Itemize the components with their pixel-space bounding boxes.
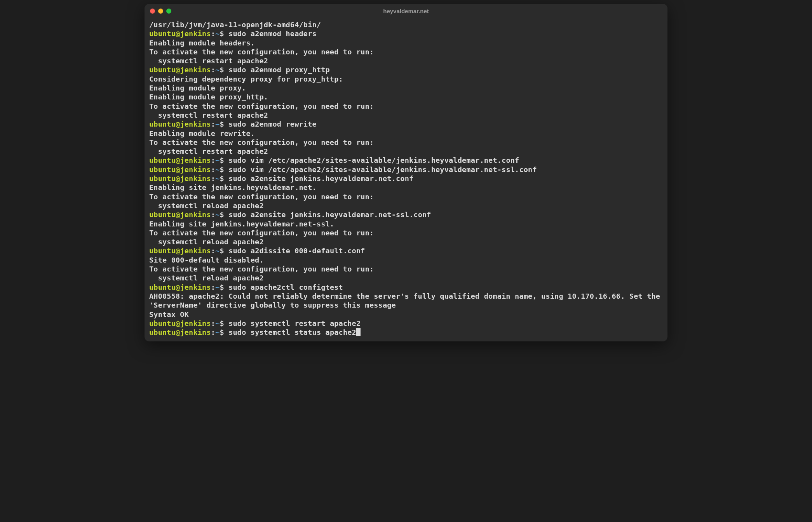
terminal-output-line: /usr/lib/jvm/java-11-openjdk-amd64/bin/ <box>149 20 663 29</box>
terminal-output-line: To activate the new configuration, you n… <box>149 47 663 56</box>
traffic-lights <box>150 9 171 14</box>
terminal-window: heyvaldemar.net /usr/lib/jvm/java-11-ope… <box>145 4 667 341</box>
terminal-output-line: Considering dependency proxy for proxy_h… <box>149 75 663 84</box>
terminal-output-line: Enabling site jenkins.heyvaldemar.net-ss… <box>149 219 663 228</box>
terminal-command-line: ubuntu@jenkins:~$ sudo a2dissite 000-def… <box>149 246 663 255</box>
terminal-command-line: ubuntu@jenkins:~$ sudo vim /etc/apache2/… <box>149 165 663 174</box>
title-bar: heyvaldemar.net <box>145 4 667 18</box>
terminal-command-line: ubuntu@jenkins:~$ sudo a2ensite jenkins.… <box>149 210 663 219</box>
terminal-command-line: ubuntu@jenkins:~$ sudo a2enmod headers <box>149 29 663 38</box>
terminal-output-line: systemctl restart apache2 <box>149 147 663 156</box>
terminal-output-line: systemctl restart apache2 <box>149 56 663 65</box>
terminal-output-line: To activate the new configuration, you n… <box>149 138 663 147</box>
terminal-output-line: Enabling site jenkins.heyvaldemar.net. <box>149 183 663 192</box>
terminal-output-line: To activate the new configuration, you n… <box>149 102 663 111</box>
terminal-output-line: systemctl reload apache2 <box>149 273 663 282</box>
terminal-output-line: Enabling module proxy. <box>149 84 663 92</box>
terminal-command-line: ubuntu@jenkins:~$ sudo systemctl status … <box>149 328 663 337</box>
terminal-command-line: ubuntu@jenkins:~$ sudo a2enmod proxy_htt… <box>149 65 663 74</box>
terminal-command-line: ubuntu@jenkins:~$ sudo a2ensite jenkins.… <box>149 174 663 183</box>
terminal-output-line: To activate the new configuration, you n… <box>149 192 663 201</box>
terminal-output-line: Site 000-default disabled. <box>149 256 663 264</box>
cursor-icon <box>356 328 361 336</box>
maximize-icon[interactable] <box>166 9 171 14</box>
terminal-output-line: To activate the new configuration, you n… <box>149 228 663 237</box>
terminal-output-line: Enabling module headers. <box>149 38 663 47</box>
terminal-command-line: ubuntu@jenkins:~$ sudo vim /etc/apache2/… <box>149 156 663 165</box>
terminal-output-line: systemctl restart apache2 <box>149 111 663 120</box>
terminal-output-line: To activate the new configuration, you n… <box>149 264 663 273</box>
terminal-command-line: ubuntu@jenkins:~$ sudo apache2ctl config… <box>149 283 663 292</box>
terminal-body[interactable]: /usr/lib/jvm/java-11-openjdk-amd64/bin/u… <box>145 18 667 341</box>
close-icon[interactable] <box>150 9 155 14</box>
terminal-output-line: systemctl reload apache2 <box>149 237 663 246</box>
terminal-output-line: Enabling module rewrite. <box>149 129 663 138</box>
terminal-output-line: Enabling module proxy_http. <box>149 92 663 101</box>
terminal-output-line: AH00558: apache2: Could not reliably det… <box>149 292 663 310</box>
terminal-output-line: Syntax OK <box>149 310 663 319</box>
terminal-command-line: ubuntu@jenkins:~$ sudo a2enmod rewrite <box>149 120 663 129</box>
window-title: heyvaldemar.net <box>383 8 429 14</box>
minimize-icon[interactable] <box>158 9 163 14</box>
terminal-command-line: ubuntu@jenkins:~$ sudo systemctl restart… <box>149 319 663 328</box>
terminal-output-line: systemctl reload apache2 <box>149 201 663 210</box>
